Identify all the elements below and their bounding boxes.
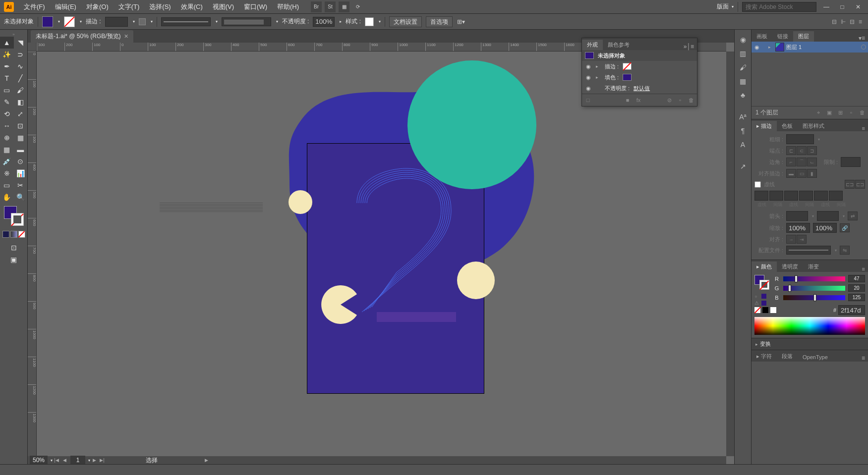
flip-profile-icon[interactable]: ⇋: [840, 246, 850, 255]
layer-expand-icon[interactable]: ▸: [768, 45, 773, 50]
zoom-level[interactable]: 50%: [30, 456, 48, 464]
dock-export-icon[interactable]: ↗: [737, 160, 749, 172]
align-outside-icon[interactable]: ▮: [807, 169, 817, 178]
align-inside-icon[interactable]: ▭: [797, 169, 807, 178]
appearance-stroke-swatch[interactable]: [623, 63, 632, 70]
menu-edit[interactable]: 编辑(E): [50, 0, 81, 14]
clear-appearance-icon[interactable]: ⊘: [665, 96, 673, 104]
variable-width-profile[interactable]: [139, 18, 146, 25]
menu-effect[interactable]: 效果(C): [176, 0, 208, 14]
profile-preview[interactable]: [786, 246, 831, 255]
graphic-style-swatch[interactable]: [365, 17, 374, 26]
blend-tool[interactable]: ⊙: [14, 156, 28, 167]
slice-tool[interactable]: ✂: [14, 179, 28, 191]
menu-object[interactable]: 对象(O): [81, 0, 114, 14]
menu-window[interactable]: 窗口(W): [239, 0, 272, 14]
panel-toggle-icon-3[interactable]: ⊟: [850, 18, 855, 25]
opacity-dropdown[interactable]: ▸: [340, 19, 342, 24]
preferences-button[interactable]: 首选项: [426, 16, 453, 27]
out-of-gamut-icon[interactable]: ⬦: [754, 293, 757, 299]
dock-brushes-icon[interactable]: 🖌: [737, 61, 749, 73]
scale-tool[interactable]: ⤢: [14, 108, 28, 120]
tab-color-guide[interactable]: 颜色参考: [603, 40, 635, 50]
menu-help[interactable]: 帮助(H): [272, 0, 304, 14]
dash-preserve-icon[interactable]: ⊏⊐: [845, 180, 855, 189]
lasso-tool[interactable]: ⊃: [14, 49, 28, 60]
appearance-opacity-value[interactable]: 默认值: [634, 85, 650, 92]
join-miter-icon[interactable]: ⌐: [786, 158, 796, 166]
stock-icon[interactable]: St: [325, 1, 336, 12]
sync-icon[interactable]: ⟳: [352, 1, 363, 12]
search-stock-input[interactable]: [742, 2, 816, 12]
eyedropper-tool[interactable]: 💉: [0, 156, 14, 167]
tab-character[interactable]: ▸ 字符: [752, 351, 777, 362]
dock-swatches-icon[interactable]: ▦: [737, 75, 749, 87]
gradient-tool[interactable]: ▬: [14, 144, 28, 156]
tab-paragraph[interactable]: 段落: [777, 351, 798, 362]
white-swatch[interactable]: [770, 307, 776, 313]
appearance-panel[interactable]: 外观 颜色参考 »│≡ 未选择对象 ◉ ▸ 描边 : ◉ ▸ 填色 : ◉ 不透…: [581, 38, 697, 106]
dock-char-icon[interactable]: Aª: [737, 111, 749, 123]
free-transform-tool[interactable]: ⊡: [14, 120, 28, 132]
layers-panel-menu-icon[interactable]: ▾≡: [856, 35, 868, 42]
workspace-switcher[interactable]: 版面▾: [717, 2, 734, 11]
tab-graphic-styles[interactable]: 图形样式: [798, 121, 829, 131]
arrow-scale-start[interactable]: [786, 223, 810, 233]
add-fill-icon[interactable]: ■: [624, 96, 632, 104]
make-clipping-icon[interactable]: ▣: [825, 108, 833, 116]
paintbrush-tool[interactable]: 🖌: [14, 84, 28, 96]
b-value[interactable]: 125: [848, 294, 865, 301]
perspective-tool[interactable]: ▦: [14, 132, 28, 144]
screen-mode-icon[interactable]: ⊡: [7, 242, 21, 254]
window-close[interactable]: ✕: [852, 2, 864, 11]
artboard-tool[interactable]: ▭: [0, 179, 14, 191]
selection-tool[interactable]: ▲: [0, 37, 14, 49]
first-artboard-icon[interactable]: |◀: [53, 456, 60, 464]
tab-swatches[interactable]: 色板: [777, 121, 798, 131]
stroke-expand-icon[interactable]: ▸: [596, 64, 601, 69]
toolbox-grip[interactable]: [0, 32, 27, 37]
gap-2[interactable]: [799, 191, 813, 201]
stroke-swatch[interactable]: [64, 16, 75, 27]
zoom-tool[interactable]: 🔍: [14, 191, 28, 203]
pen-tool[interactable]: ✒: [0, 60, 14, 72]
ruler-origin[interactable]: [28, 43, 37, 52]
shape-builder-tool[interactable]: ⊕: [0, 132, 14, 144]
add-effect-icon[interactable]: fx: [635, 96, 642, 104]
g-slider[interactable]: [783, 286, 845, 291]
document-setup-button[interactable]: 文档设置: [389, 16, 422, 27]
dash-3[interactable]: [814, 191, 828, 201]
tab-color[interactable]: ▸ 颜色: [752, 262, 777, 272]
symbol-sprayer-tool[interactable]: ※: [0, 167, 14, 179]
arrow-start[interactable]: [786, 211, 808, 221]
stroke-weight-dropdown[interactable]: ▾: [133, 19, 135, 24]
dash-1[interactable]: [754, 191, 768, 201]
black-swatch[interactable]: [762, 307, 768, 313]
color-spectrum[interactable]: [754, 317, 865, 335]
menu-view[interactable]: 视图(V): [208, 0, 239, 14]
vertical-scrollbar[interactable]: [726, 52, 734, 456]
dock-glyph-icon[interactable]: A: [737, 139, 749, 151]
layer-row[interactable]: ◉ ▸ 图层 1: [752, 42, 868, 53]
gradient-mode-icon[interactable]: [10, 231, 17, 238]
arrange-icon[interactable]: ▦: [339, 1, 349, 12]
stroke-panel-menu-icon[interactable]: ≡: [859, 125, 868, 131]
dock-para-icon[interactable]: ¶: [737, 125, 749, 137]
cream-circle-large[interactable]: [457, 262, 495, 299]
none-swatch[interactable]: [754, 307, 760, 313]
fill-swatch[interactable]: [42, 16, 53, 27]
cap-butt-icon[interactable]: ⊏: [786, 146, 796, 155]
tab-links[interactable]: 链接: [772, 31, 793, 42]
opacity-input[interactable]: [313, 17, 335, 27]
delete-item-icon[interactable]: 🗑: [687, 96, 695, 104]
gap-3[interactable]: [829, 191, 843, 201]
window-minimize[interactable]: —: [820, 2, 832, 11]
layer-name[interactable]: 图层 1: [786, 44, 802, 51]
brush-stroke-rect[interactable]: [160, 202, 263, 212]
stroke-weight-input[interactable]: [105, 17, 128, 27]
teal-circle[interactable]: [407, 60, 536, 189]
join-bevel-icon[interactable]: ⌙: [807, 158, 817, 166]
bridge-icon[interactable]: Br: [311, 1, 322, 12]
rectangle-tool[interactable]: ▭: [0, 84, 14, 96]
b-slider[interactable]: [783, 295, 845, 300]
